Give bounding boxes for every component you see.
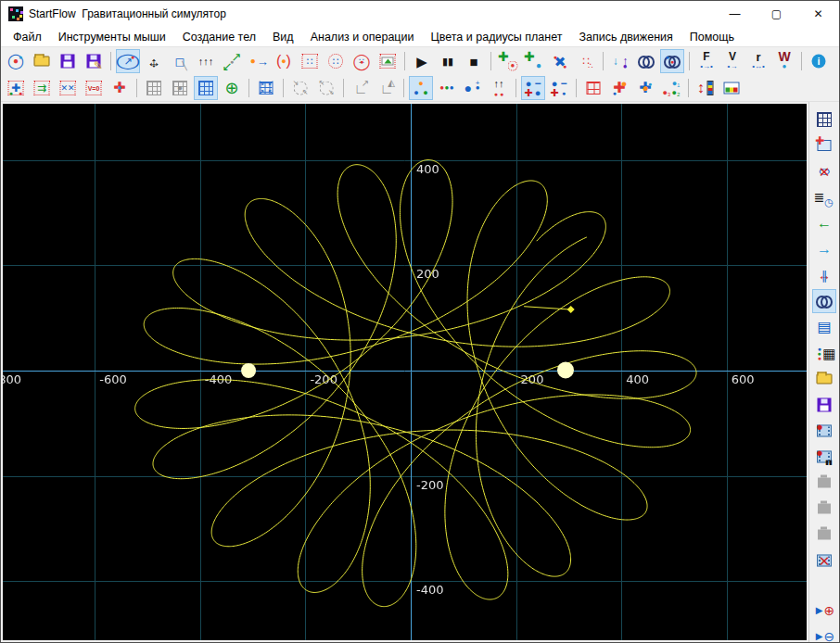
new-system[interactable]: ◯●● [4, 49, 28, 73]
red-grid[interactable] [581, 76, 605, 100]
axes-body-blue[interactable]: ✚●● [633, 76, 657, 100]
pan-tool[interactable]: ↔↕ [142, 49, 166, 73]
simulation-canvas[interactable] [3, 104, 807, 640]
menu-colors-radii[interactable]: Цвета и радиусы планет [423, 28, 571, 46]
bodies-size[interactable]: ●●+ [461, 76, 485, 100]
open-file[interactable] [30, 49, 54, 73]
step-forward[interactable]: → [812, 237, 836, 261]
interval-width[interactable]: ↔∥ [812, 263, 836, 287]
axes-body-red[interactable]: ✚●● [607, 76, 631, 100]
record-delete[interactable]: ✕ [812, 548, 836, 573]
pause[interactable]: ▮▮ [436, 49, 460, 73]
region-move[interactable]: ✚●● [4, 76, 28, 100]
collision-curves-panel[interactable] [812, 289, 836, 313]
collision-curves[interactable] [634, 49, 658, 73]
palette[interactable] [719, 76, 744, 100]
grid-center[interactable]: ● [168, 76, 192, 100]
collision-curves-active[interactable]: ●● [660, 49, 684, 73]
select-region-rect[interactable]: ∷ [298, 49, 322, 73]
orbit-tool[interactable]: ()● [272, 49, 296, 73]
charge-plus-minus-icon: ● [526, 79, 532, 89]
steps-timer[interactable]: ≣◷ [812, 185, 836, 209]
body-numbers[interactable]: ●₁●₃●₂ [659, 76, 683, 100]
column-scale[interactable]: ↕ [694, 76, 718, 100]
menu-file[interactable]: Файл [5, 28, 50, 46]
save-as[interactable]: ✎ [82, 49, 106, 73]
background-picture[interactable] [375, 49, 400, 73]
zoom-to-selection-icon: ↘ [259, 80, 265, 87]
playback-zoom-out[interactable]: ▶⊖ [812, 624, 836, 643]
grid-off[interactable] [142, 76, 166, 100]
select-tool[interactable]: ◯↗● [116, 49, 140, 73]
scale-tool[interactable]: ↗↙● [220, 49, 244, 73]
show-forces[interactable]: F•→• [694, 49, 719, 73]
menu-record-motion[interactable]: Запись движения [570, 28, 681, 46]
charge-plus-minus-alt[interactable]: ●−✚● [547, 76, 571, 100]
hide-orbits[interactable]: ○✕ [812, 159, 836, 183]
zoom-to-selection[interactable]: ↘↙↗↖ [254, 76, 278, 100]
record-pause[interactable]: ●▮▮ [812, 445, 836, 469]
show-radii[interactable]: r•↔• [746, 49, 770, 73]
save-file[interactable] [56, 49, 80, 73]
save-table[interactable] [812, 393, 836, 417]
region-velocity[interactable]: ⇉ [30, 76, 54, 100]
menu-mouse-tools[interactable]: Инструменты мыши [50, 28, 174, 46]
enlarge-orbits[interactable]: ↖↘ [314, 76, 338, 100]
play[interactable]: ▶ [410, 49, 434, 73]
origin-marker[interactable]: ⊕ [220, 76, 244, 100]
shrink-orbits-icon: ↖ [302, 89, 309, 96]
open-table[interactable] [812, 367, 836, 391]
separator [283, 79, 284, 97]
separator [248, 79, 249, 97]
grid-on[interactable] [194, 76, 218, 100]
step-back[interactable]: ← [812, 211, 836, 235]
menu-view[interactable]: Вид [264, 28, 302, 46]
minimize-button[interactable]: — [714, 1, 756, 27]
velocity-chart-icon: ↑↑ [494, 79, 504, 89]
delete-bodies-region[interactable]: ∷∴ [574, 49, 598, 73]
info[interactable]: i [807, 49, 831, 73]
charge-plus-minus[interactable]: ●−✚● [521, 76, 545, 100]
bodies-row[interactable]: ●●● [435, 76, 459, 100]
column-scale-icon: ↕ [697, 81, 705, 95]
menu-analysis[interactable]: Анализ и операции [302, 28, 423, 46]
plot-graph-area[interactable]: ∟◭ [375, 76, 399, 100]
grid-settings[interactable] [812, 107, 836, 132]
data-table[interactable]: ▤ [812, 315, 836, 339]
zoom-region-tool[interactable]: ◻╲ [168, 49, 192, 73]
add-body[interactable]: ✚● [522, 49, 546, 73]
add-body-icon: ● [536, 61, 541, 70]
background-picture-icon [382, 57, 394, 66]
menu-help[interactable]: Помощь [681, 28, 743, 46]
app-icon [8, 6, 23, 21]
maximize-button[interactable]: ▢ [756, 1, 797, 27]
show-energy[interactable]: W● [772, 49, 796, 73]
frame-capture-2[interactable] [812, 497, 836, 521]
frame-capture-3[interactable] [812, 523, 836, 547]
grid-settings-icon [817, 112, 832, 127]
menu-create-bodies[interactable]: Создание тел [174, 28, 264, 46]
region-stop[interactable]: V=0 [82, 76, 106, 100]
playback-zoom-in[interactable]: ▶⊕ [812, 599, 836, 623]
plot-graph-trajectory[interactable]: ∟↗ [349, 76, 373, 100]
bodies-table[interactable]: ▦●●● [812, 341, 836, 365]
center-of-mass[interactable]: ✚● [108, 76, 132, 100]
close-button[interactable]: ✕ [797, 1, 839, 27]
velocity-chart[interactable]: ↑↑● ● [487, 76, 511, 100]
show-bodies-colored[interactable]: ●●● [409, 76, 433, 100]
frame-capture-1[interactable] [812, 471, 836, 495]
delete-body[interactable]: ✖●● [548, 49, 572, 73]
record-movie[interactable]: ● [812, 419, 836, 443]
velocity-tool[interactable]: ↑↑↑ [194, 49, 218, 73]
select-orbit-bodies[interactable]: ◯∷● [350, 49, 374, 73]
select-region-circle[interactable]: ∷ [324, 49, 348, 73]
swap-velocity[interactable]: ↓↑● [608, 49, 632, 73]
move-body-tool[interactable]: ●→ [246, 49, 270, 73]
shrink-orbits[interactable]: ↘↖ [288, 76, 312, 100]
show-velocities[interactable]: V•→ [720, 49, 745, 73]
region-delete[interactable]: ✕✕ [56, 76, 80, 100]
add-body-orbit[interactable]: ✚● [496, 49, 520, 73]
region-velocity-icon [34, 81, 50, 95]
add-window[interactable]: ✚ [812, 133, 836, 158]
stop[interactable]: ■ [462, 49, 486, 73]
